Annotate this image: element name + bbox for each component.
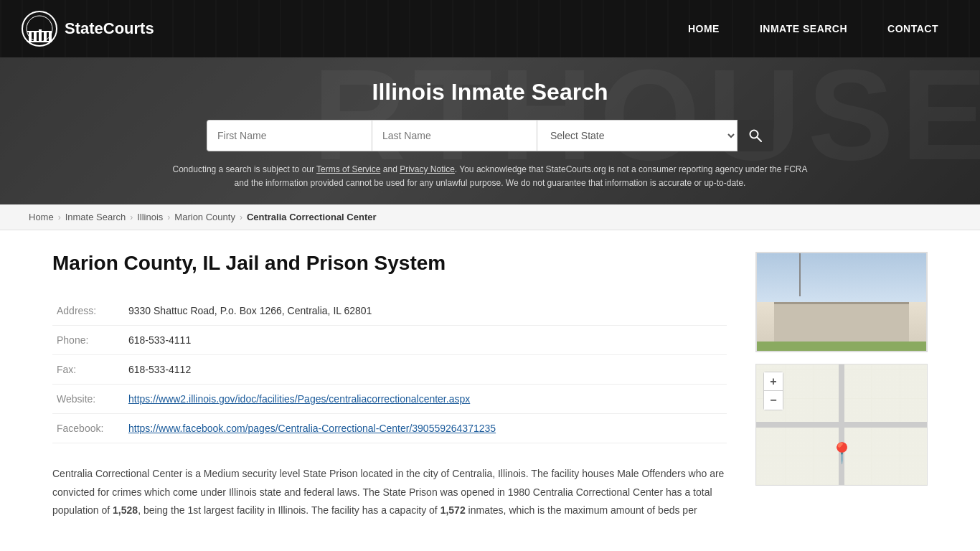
building-pole [799, 253, 801, 296]
main-nav: HOME INMATE SEARCH CONTACT [668, 0, 958, 57]
hero-section: RTHOUSE Illinois Inmate Search Select St… [0, 57, 980, 204]
building-ground [757, 342, 926, 352]
website-link[interactable]: https://www2.illinois.gov/idoc/facilitie… [128, 393, 470, 405]
facility-photo [755, 252, 928, 352]
breadcrumb-sep-1: › [58, 212, 61, 222]
website-row: Website: https://www2.illinois.gov/idoc/… [52, 385, 727, 414]
breadcrumb-illinois[interactable]: Illinois [137, 212, 163, 222]
site-header: StateCourts HOME INMATE SEARCH CONTACT [0, 0, 980, 57]
address-row: Address: 9330 Shattuc Road, P.o. Box 126… [52, 296, 727, 326]
fax-value: 618-533-4112 [124, 355, 727, 385]
population-value: 1,528 [113, 504, 138, 516]
hero-notice: Conducting a search is subject to our Te… [167, 163, 813, 190]
facebook-row: Facebook: https://www.facebook.com/pages… [52, 414, 727, 443]
svg-rect-6 [49, 32, 52, 41]
first-name-input[interactable] [207, 120, 372, 151]
terms-link[interactable]: Terms of Service [316, 164, 380, 174]
svg-rect-3 [34, 31, 37, 41]
website-value: https://www2.illinois.gov/idoc/facilitie… [124, 385, 727, 414]
svg-rect-8 [27, 41, 52, 42]
map-zoom-out-button[interactable]: − [764, 391, 783, 410]
page-title: Marion County, IL Jail and Prison System [52, 252, 727, 275]
search-icon [749, 129, 762, 142]
privacy-link[interactable]: Privacy Notice [400, 164, 455, 174]
facebook-link[interactable]: https://www.facebook.com/pages/Centralia… [128, 423, 496, 434]
breadcrumb-sep-4: › [240, 212, 242, 222]
breadcrumb-sep-3: › [167, 212, 170, 222]
breadcrumb-current: Centralia Correctional Center [247, 212, 377, 222]
state-select[interactable]: Select State Illinois Indiana Iowa [537, 120, 738, 151]
map-zoom-in-button[interactable]: + [764, 372, 783, 391]
map-road-vertical [839, 364, 844, 485]
phone-value: 618-533-4111 [124, 326, 727, 355]
search-button[interactable] [738, 120, 773, 151]
svg-rect-2 [29, 32, 32, 41]
phone-label: Phone: [52, 326, 124, 355]
description: Centralia Correctional Center is a Mediu… [52, 465, 727, 519]
building-rect [774, 302, 910, 341]
site-logo[interactable]: StateCourts [22, 11, 154, 47]
logo-icon [22, 11, 57, 47]
capacity-value: 1,572 [440, 504, 466, 516]
building-body [757, 302, 926, 341]
nav-contact[interactable]: CONTACT [867, 0, 958, 57]
breadcrumb-sep-2: › [130, 212, 133, 222]
facility-photo-inner [757, 253, 926, 351]
svg-rect-7 [27, 31, 52, 32]
hero-bg-decoration: RTHOUSE [313, 50, 980, 179]
website-label: Website: [52, 385, 124, 414]
breadcrumb-inmate-search[interactable]: Inmate Search [65, 212, 126, 222]
svg-line-10 [757, 137, 761, 141]
logo-text: StateCourts [65, 19, 154, 38]
search-bar: Select State Illinois Indiana Iowa [14, 120, 966, 151]
address-label: Address: [52, 296, 124, 326]
last-name-input[interactable] [372, 120, 537, 151]
hero-title: Illinois Inmate Search [14, 79, 966, 105]
fax-row: Fax: 618-533-4112 [52, 355, 727, 385]
map-container: + − 📍 [755, 364, 928, 486]
nav-home[interactable]: HOME [668, 0, 740, 57]
phone-row: Phone: 618-533-4111 [52, 326, 727, 355]
info-table: Address: 9330 Shattuc Road, P.o. Box 126… [52, 296, 727, 443]
map-controls: + − [763, 372, 783, 410]
facebook-value: https://www.facebook.com/pages/Centralia… [124, 414, 727, 443]
building-sky [757, 253, 926, 302]
fax-label: Fax: [52, 355, 124, 385]
address-value: 9330 Shattuc Road, P.o. Box 1266, Centra… [124, 296, 727, 326]
breadcrumb-home[interactable]: Home [29, 212, 54, 222]
breadcrumb-marion-county[interactable]: Marion County [174, 212, 235, 222]
content-right: + − 📍 [755, 252, 928, 519]
breadcrumb: Home › Inmate Search › Illinois › Marion… [0, 204, 980, 230]
facebook-label: Facebook: [52, 414, 124, 443]
svg-rect-5 [44, 31, 47, 41]
nav-inmate-search[interactable]: INMATE SEARCH [740, 0, 867, 57]
main-content: Marion County, IL Jail and Prison System… [24, 230, 956, 548]
map-pin: 📍 [829, 441, 854, 465]
content-left: Marion County, IL Jail and Prison System… [52, 252, 727, 519]
